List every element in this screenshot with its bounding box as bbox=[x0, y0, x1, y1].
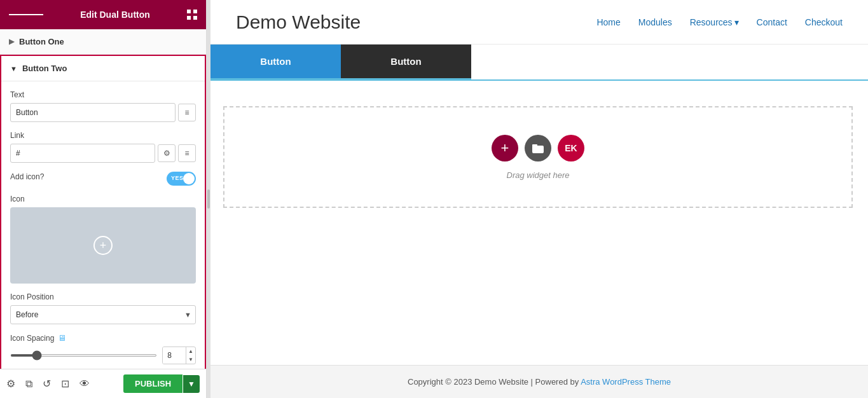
link-input-wrap: ⚙ ≡ bbox=[10, 144, 196, 163]
drop-zone-icons: + EK bbox=[492, 135, 584, 161]
button-one-label: Button One bbox=[19, 37, 64, 46]
publish-group: PUBLISH ▼ bbox=[123, 374, 200, 393]
resize-handle[interactable] bbox=[207, 0, 210, 398]
toggle-slider: YES bbox=[167, 172, 196, 186]
button-one-arrow: ▶ bbox=[9, 38, 14, 46]
link-settings-icon[interactable]: ⚙ bbox=[158, 144, 176, 162]
dual-button-container: Button Button bbox=[210, 45, 868, 81]
site-nav: Home Modules Resources ▾ Contact Checkou… bbox=[596, 17, 843, 27]
history-icon[interactable]: ↺ bbox=[43, 378, 51, 390]
resize-grip bbox=[207, 189, 210, 209]
link-row: Link ⚙ ≡ bbox=[10, 131, 196, 163]
preview-icon[interactable]: 👁 bbox=[79, 378, 90, 390]
add-widget-icon[interactable]: + bbox=[492, 135, 518, 161]
hamburger-menu[interactable] bbox=[9, 12, 43, 17]
button-one-header[interactable]: ▶ Button One bbox=[0, 29, 206, 55]
settings-icon[interactable]: ⚙ bbox=[6, 378, 15, 390]
nav-contact[interactable]: Contact bbox=[757, 17, 787, 27]
dual-button-widget: Button Button bbox=[210, 45, 471, 79]
publish-dropdown[interactable]: ▼ bbox=[183, 375, 200, 393]
link-label: Link bbox=[10, 131, 196, 140]
folder-icon[interactable] bbox=[525, 135, 551, 161]
nav-resources[interactable]: Resources ▾ bbox=[690, 17, 739, 27]
icon-row: Icon + bbox=[10, 195, 196, 284]
svg-rect-3 bbox=[193, 16, 197, 20]
left-panel: Edit Dual Button ▶ Button One ▼ Button T… bbox=[0, 0, 207, 398]
link-input[interactable] bbox=[10, 144, 155, 163]
number-up[interactable]: ▲ bbox=[186, 347, 195, 355]
slider-row: ▲ ▼ bbox=[10, 347, 196, 364]
right-content: Demo Website Home Modules Resources ▾ Co… bbox=[210, 0, 868, 398]
svg-rect-2 bbox=[187, 16, 191, 20]
add-icon-toggle[interactable]: YES bbox=[167, 172, 196, 186]
number-down[interactable]: ▼ bbox=[186, 355, 195, 364]
bottom-bar: ⚙ ⧉ ↺ ⊡ 👁 PUBLISH ▼ bbox=[0, 369, 206, 398]
link-options-icon[interactable]: ≡ bbox=[178, 144, 196, 162]
nav-modules[interactable]: Modules bbox=[638, 17, 672, 27]
panel-title: Edit Dual Button bbox=[80, 10, 150, 20]
spacing-number[interactable] bbox=[163, 347, 186, 364]
add-icon-label: Add icon? bbox=[10, 172, 44, 181]
site-footer: Copyright © 2023 Demo Website | Powered … bbox=[210, 365, 868, 398]
svg-rect-0 bbox=[187, 10, 191, 13]
site-title: Demo Website bbox=[236, 11, 361, 33]
text-label: Text bbox=[10, 90, 196, 99]
button-two-section: ▼ Button Two Text ≡ Link bbox=[0, 55, 206, 369]
grid-icon[interactable] bbox=[187, 10, 197, 20]
main-area: Button Button + EK Drag widget here bbox=[210, 45, 868, 365]
icon-label: Icon bbox=[10, 195, 196, 203]
spacing-slider[interactable] bbox=[10, 354, 157, 357]
toggle-row: Add icon? YES bbox=[10, 172, 196, 186]
ek-icon[interactable]: EK bbox=[558, 135, 584, 161]
button-two-label: Button Two bbox=[22, 64, 67, 73]
text-row: Text ≡ bbox=[10, 90, 196, 122]
top-bar: Edit Dual Button bbox=[0, 0, 206, 29]
text-input-row: ≡ bbox=[10, 103, 196, 122]
dual-button-2[interactable]: Button bbox=[341, 45, 471, 78]
resources-chevron: ▾ bbox=[734, 17, 739, 27]
text-options-icon[interactable]: ≡ bbox=[178, 104, 196, 121]
toggle-label-text: YES bbox=[171, 175, 184, 181]
publish-button[interactable]: PUBLISH bbox=[123, 374, 183, 393]
drop-zone[interactable]: + EK Drag widget here bbox=[223, 106, 853, 208]
button-two-header[interactable]: ▼ Button Two bbox=[1, 56, 205, 81]
svg-rect-5 bbox=[532, 144, 537, 147]
icon-position-row: Icon Position Before After ▼ bbox=[10, 292, 196, 324]
number-arrows[interactable]: ▲ ▼ bbox=[186, 347, 195, 364]
number-input-wrap: ▲ ▼ bbox=[162, 347, 196, 364]
dual-button-1[interactable]: Button bbox=[210, 45, 341, 78]
monitor-icon: 🖥 bbox=[58, 333, 66, 343]
nav-home[interactable]: Home bbox=[596, 17, 620, 27]
add-icon-row: Add icon? YES bbox=[10, 172, 196, 186]
bottom-bar-icons: ⚙ ⧉ ↺ ⊡ 👁 bbox=[6, 378, 90, 390]
responsive-icon[interactable]: ⊡ bbox=[61, 378, 69, 390]
footer-text: Copyright © 2023 Demo Website | Powered … bbox=[408, 377, 581, 387]
layers-icon[interactable]: ⧉ bbox=[25, 378, 32, 390]
icon-position-label: Icon Position bbox=[10, 292, 196, 301]
button-two-form: Text ≡ Link ⚙ ≡ bbox=[1, 81, 205, 369]
icon-spacing-row: Icon Spacing 🖥 ▲ ▼ bbox=[10, 333, 196, 364]
icon-picker[interactable]: + bbox=[10, 207, 196, 284]
svg-rect-1 bbox=[193, 10, 197, 13]
drop-text: Drag widget here bbox=[507, 170, 570, 180]
nav-checkout[interactable]: Checkout bbox=[805, 17, 843, 27]
footer-link[interactable]: Astra WordPress Theme bbox=[581, 377, 671, 387]
icon-position-select[interactable]: Before After bbox=[10, 305, 196, 324]
button-two-arrow: ▼ bbox=[10, 65, 17, 72]
icon-spacing-label: Icon Spacing 🖥 bbox=[10, 333, 196, 343]
panel-scroll: ▶ Button One ▼ Button Two Text ≡ bbox=[0, 29, 206, 369]
icon-position-select-wrap: Before After ▼ bbox=[10, 305, 196, 324]
text-input[interactable] bbox=[10, 103, 176, 122]
site-header: Demo Website Home Modules Resources ▾ Co… bbox=[210, 0, 868, 45]
icon-picker-plus: + bbox=[93, 236, 113, 255]
